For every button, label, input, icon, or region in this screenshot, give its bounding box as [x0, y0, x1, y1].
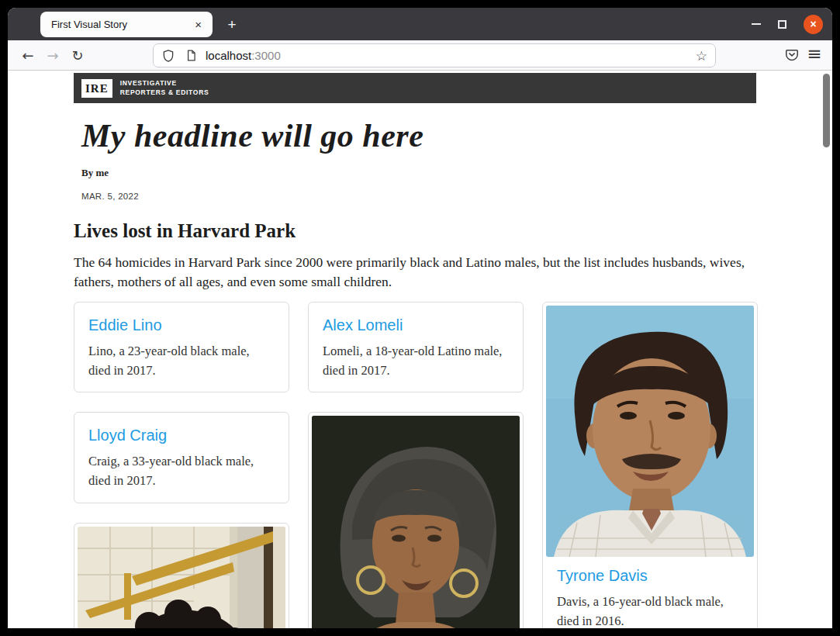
pocket-icon[interactable]: [784, 47, 800, 66]
shield-icon[interactable]: [161, 49, 175, 63]
article: IRE INVESTIGATIVE REPORTERS & EDITORS My…: [74, 71, 756, 628]
victim-name-link[interactable]: Eddie Lino: [88, 316, 275, 334]
browser-tab[interactable]: First Visual Story ×: [40, 12, 213, 37]
minimize-button[interactable]: [752, 23, 761, 25]
tab-close-icon[interactable]: ×: [192, 17, 205, 32]
reload-icon[interactable]: ↻: [65, 47, 90, 64]
victim-card-alex-lomeli[interactable]: Alex Lomeli Lomeli, a 18-year-old Latino…: [308, 302, 524, 393]
victim-description: Lomeli, a 18-year-old Latino male, died …: [323, 342, 509, 381]
tab-title: First Visual Story: [51, 19, 192, 30]
hamburger-menu-icon[interactable]: ≡: [803, 43, 826, 64]
page-info-icon[interactable]: [185, 49, 198, 62]
victim-name-link[interactable]: Lloyd Craig: [88, 426, 275, 444]
maximize-button[interactable]: [778, 20, 786, 29]
victim-card-text: Tyrone Davis Davis, a 16-year-old black …: [546, 557, 754, 628]
browser-toolbar: ← → ↻ localhost:3000 ☆ ≡: [8, 40, 832, 71]
page-viewport: IRE INVESTIGATIVE REPORTERS & EDITORS My…: [8, 71, 832, 628]
ire-logo: IRE: [81, 79, 112, 98]
tyrone-davis-portrait: [546, 306, 754, 557]
byline: By me: [81, 167, 756, 179]
window-controls: ×: [752, 8, 823, 40]
desktop: First Visual Story × + × ← → ↻: [0, 0, 840, 636]
url-host: localhost: [206, 49, 251, 62]
victim-card-photo[interactable]: [74, 523, 289, 628]
section-intro: The 64 homicides in Harvard Park since 2…: [74, 253, 756, 292]
grid-column-2: Alex Lomeli Lomeli, a 18-year-old Latino…: [308, 302, 524, 628]
scrollbar-thumb[interactable]: [823, 74, 830, 147]
grid-column-1: Eddie Lino Lino, a 23-year-old black mal…: [74, 302, 289, 628]
back-icon[interactable]: ←: [16, 47, 40, 64]
ire-org-name: INVESTIGATIVE REPORTERS & EDITORS: [120, 79, 209, 96]
victim-card-photo[interactable]: [308, 412, 524, 628]
url-port: :3000: [251, 49, 281, 62]
victim-card-grid: Eddie Lino Lino, a 23-year-old black mal…: [74, 302, 756, 628]
ire-org-line2: REPORTERS & EDITORS: [120, 88, 209, 97]
victim-name-link[interactable]: Tyrone Davis: [557, 566, 743, 585]
victim-description: Lino, a 23-year-old black male, died in …: [88, 342, 275, 381]
victim-card-lloyd-craig[interactable]: Lloyd Craig Craig, a 33-year-old black m…: [74, 412, 289, 503]
url-text[interactable]: localhost:3000: [206, 49, 696, 62]
section-title: Lives lost in Harvard Park: [74, 220, 756, 242]
victim-description: Davis, a 16-year-old black male, died in…: [557, 593, 743, 628]
victim-description: Craig, a 33-year-old black male, died in…: [88, 452, 275, 491]
page-headline: My headline will go here: [81, 118, 756, 154]
masthead: My headline will go here By me MAR. 5, 2…: [74, 118, 756, 201]
young-person-bathroom-photo: [78, 527, 285, 628]
victim-name-link[interactable]: Alex Lomeli: [323, 316, 509, 334]
victim-card-tyrone-davis[interactable]: Tyrone Davis Davis, a 16-year-old black …: [542, 302, 758, 628]
grid-column-3: Tyrone Davis Davis, a 16-year-old black …: [542, 302, 758, 628]
publish-date: MAR. 5, 2022: [81, 192, 756, 201]
browser-window: First Visual Story × + × ← → ↻: [8, 8, 832, 628]
forward-icon[interactable]: →: [40, 47, 65, 64]
url-bar[interactable]: localhost:3000 ☆: [153, 43, 716, 67]
ire-org-line1: INVESTIGATIVE: [120, 79, 209, 88]
victim-card-eddie-lino[interactable]: Eddie Lino Lino, a 23-year-old black mal…: [74, 302, 289, 393]
browser-titlebar: First Visual Story × + ×: [8, 8, 832, 40]
bookmark-star-icon[interactable]: ☆: [696, 48, 707, 64]
ire-header: IRE INVESTIGATIVE REPORTERS & EDITORS: [74, 73, 756, 103]
new-tab-button[interactable]: +: [222, 15, 242, 35]
elderly-woman-portrait: [312, 416, 520, 628]
close-button[interactable]: ×: [804, 15, 823, 34]
